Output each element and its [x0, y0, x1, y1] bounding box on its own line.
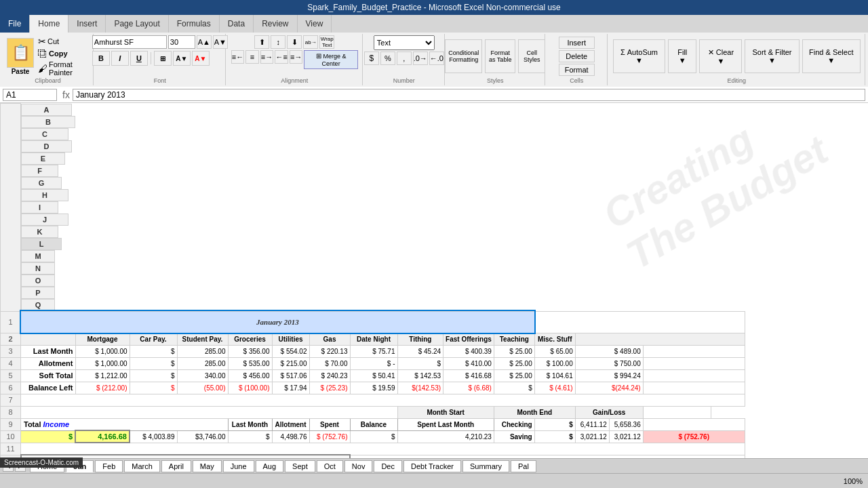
cell-o4[interactable] — [643, 357, 745, 369]
cell-h2[interactable]: Date Night — [350, 333, 397, 345]
cut-btn[interactable]: ✂ Cut — [38, 36, 89, 47]
spent-last-month-income[interactable]: $ — [350, 430, 397, 443]
col-header-h[interactable]: H — [21, 189, 68, 201]
cell-c5[interactable]: $ — [130, 369, 177, 382]
sheet-tab-feb[interactable]: Feb — [95, 460, 123, 472]
total-income-header[interactable]: Total Income — [21, 418, 229, 430]
fill-color-btn[interactable]: A▼ — [173, 51, 191, 66]
format-btn[interactable]: Format — [559, 64, 595, 76]
grid-container[interactable]: A B C D E F G H I J K L M N O P Q — [0, 103, 868, 458]
sheet-tab-aug[interactable]: Aug — [256, 460, 284, 472]
cell-row7[interactable] — [21, 394, 745, 406]
allotment-income[interactable]: $3,746.00 — [177, 430, 228, 443]
cell-j6[interactable]: $ (6.68) — [443, 382, 494, 394]
cell-g6[interactable]: $ (25.23) — [309, 382, 350, 394]
cell-e4[interactable]: $ 535.00 — [228, 357, 272, 369]
cell-j2[interactable]: Fast Offerings — [443, 333, 494, 345]
col-header-g[interactable]: G — [21, 177, 62, 189]
spent-last-month-income2[interactable]: 4,210.23 — [397, 430, 494, 443]
col-header-l[interactable]: L — [21, 238, 62, 250]
bold-btn[interactable]: B — [92, 51, 110, 66]
sheet-tab-oct[interactable]: Oct — [317, 460, 343, 472]
tab-formulas[interactable]: Formulas — [169, 15, 220, 33]
cell-e5[interactable]: $ 456.00 — [228, 369, 272, 382]
paste-area[interactable]: 📋 Paste — [7, 38, 34, 75]
sheet-tab-may[interactable]: May — [193, 460, 222, 472]
tab-review[interactable]: Review — [254, 15, 297, 33]
cell-l6[interactable]: $ (4.61) — [534, 382, 575, 394]
align-middle-btn[interactable]: ↕ — [271, 35, 285, 49]
cell-reference-box[interactable] — [3, 89, 57, 101]
cell-i4[interactable]: $ — [397, 357, 443, 369]
cell-e2[interactable]: Groceries — [228, 333, 272, 345]
font-size-decrease[interactable]: A▼ — [213, 35, 228, 49]
find-select-btn[interactable]: Find & Select ▼ — [802, 39, 861, 73]
sort-filter-btn[interactable]: Sort & Filter ▼ — [745, 39, 799, 73]
cell-j3[interactable]: $ 400.39 — [443, 345, 494, 357]
copy-btn[interactable]: ⿻ Copy — [38, 48, 89, 59]
cell-e3[interactable]: $ 356.00 — [228, 345, 272, 357]
cell-d3[interactable]: 285.00 — [177, 345, 228, 357]
decimal-decrease-btn[interactable]: ←.0 — [429, 52, 444, 65]
cell-f6[interactable]: $ 17.94 — [272, 382, 309, 394]
sheet-tab-pal[interactable]: Pal — [511, 460, 536, 472]
cell-c2[interactable]: Car Pay. — [130, 333, 177, 345]
cell-j4[interactable]: $ 410.00 — [443, 357, 494, 369]
currency-btn[interactable]: $ — [364, 52, 379, 65]
tab-file[interactable]: File — [0, 15, 30, 33]
wrap-text-btn[interactable]: Wrap Text — [319, 35, 334, 49]
cell-m2-q2[interactable] — [575, 333, 745, 345]
cell-o6[interactable] — [643, 382, 745, 394]
spent-last-month-label[interactable]: Spent Last Month — [397, 418, 494, 430]
cell-h5[interactable]: $ 50.41 — [350, 369, 397, 382]
cell-h4[interactable]: $ - — [350, 357, 397, 369]
tab-data[interactable]: Data — [220, 15, 254, 33]
col-header-q[interactable]: Q — [21, 299, 55, 311]
cell-o3[interactable] — [643, 345, 745, 357]
font-size-increase[interactable]: A▲ — [197, 35, 212, 49]
cell-m6[interactable]: $(244.24) — [575, 382, 643, 394]
cell-d5[interactable]: 340.00 — [177, 369, 228, 382]
last-month-income[interactable]: $ 4,003.89 — [130, 430, 177, 443]
last-month-label[interactable]: Last Month — [228, 418, 272, 430]
col-header-m[interactable]: M — [21, 250, 55, 262]
insert-btn[interactable]: Insert — [559, 37, 595, 49]
clear-btn[interactable]: ✕ Clear ▼ — [699, 39, 742, 73]
cell-d2[interactable]: Student Pay. — [177, 333, 228, 345]
underline-btn[interactable]: U — [130, 51, 148, 66]
col-header-k[interactable]: K — [21, 226, 58, 238]
total-income-value[interactable]: 4,166.68 — [75, 430, 130, 443]
col-header-a[interactable]: A — [21, 104, 72, 116]
cell-o5[interactable] — [643, 369, 745, 382]
spent-income[interactable]: $ — [228, 430, 272, 443]
cell-f5[interactable]: $ 517.06 — [272, 369, 309, 382]
merge-center-btn[interactable]: ⊞ Merge & Center — [304, 50, 357, 69]
sheet-tab-dec[interactable]: Dec — [374, 460, 402, 472]
cell-g4[interactable]: $ 70.00 — [309, 357, 350, 369]
tab-home[interactable]: Home — [30, 15, 68, 33]
title-cell[interactable]: January 2013 — [21, 311, 535, 333]
formula-input[interactable] — [73, 89, 865, 101]
align-top-btn[interactable]: ⬆ — [254, 35, 269, 49]
col-header-f[interactable]: F — [21, 165, 58, 177]
cell-k4[interactable]: $ 25.00 — [494, 357, 534, 369]
cell-b3[interactable]: $ 1,000.00 — [75, 345, 130, 357]
cell-m5[interactable]: $ 994.24 — [575, 369, 643, 382]
font-size-input[interactable] — [168, 35, 195, 49]
spent-income2[interactable]: 4,498.76 — [272, 430, 309, 443]
indent-increase-btn[interactable]: ≡→ — [290, 50, 303, 64]
format-as-table-btn[interactable]: Format as Table — [485, 39, 515, 73]
cell-k2[interactable]: Teaching — [494, 333, 534, 345]
cell-l2[interactable]: Misc. Stuff — [534, 333, 575, 345]
cell-a5[interactable]: Soft Total — [21, 369, 76, 382]
cell-i3[interactable]: $ 45.24 — [397, 345, 443, 357]
number-format-select[interactable]: Text — [374, 35, 435, 50]
cell-c6[interactable]: $ — [130, 382, 177, 394]
col-header-d[interactable]: D — [21, 140, 72, 152]
indent-decrease-btn[interactable]: ←≡ — [275, 50, 288, 64]
cell-m3[interactable]: $ 489.00 — [575, 345, 643, 357]
cell-b2[interactable]: Mortgage — [75, 333, 130, 345]
col-header-b[interactable]: B — [21, 116, 75, 128]
cell-row8-right[interactable] — [643, 406, 711, 418]
cell-l5[interactable]: $ 104.61 — [534, 369, 575, 382]
